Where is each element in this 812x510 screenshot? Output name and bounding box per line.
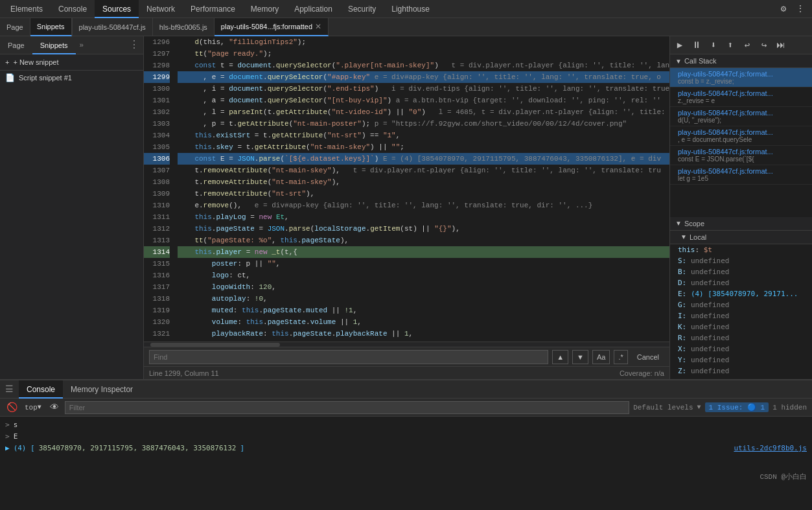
step-btn[interactable]: ↪ [757, 38, 771, 52]
ln-1302: 1302 [144, 106, 170, 118]
local-label: Local [690, 233, 706, 241]
sidebar-tab-snippets[interactable]: Snippets [32, 36, 76, 54]
sidebar-tabs-more[interactable]: » [76, 36, 88, 54]
console-prompt-2: > [5, 431, 10, 443]
code-line-1315: poster: p || "", [178, 258, 669, 270]
ln-1309: 1309 [144, 188, 170, 200]
code-line-1305: this.skey = t.getAttribute("nt-main-skey… [178, 141, 669, 153]
ln-1318: 1318 [144, 293, 170, 305]
console-top-btn[interactable]: top ▼ [22, 401, 44, 414]
code-line-1301: , a = document.querySelector("[nt-buy-vi… [178, 95, 669, 106]
deactivate-btn[interactable]: ⏭ [774, 38, 788, 52]
nav-item-network[interactable]: Network [139, 0, 183, 18]
call-stack-item-2[interactable]: play-utils-508447cf.js:format... d(U, "_… [670, 107, 812, 126]
code-line-1311: this.playLog = new Et, [178, 211, 669, 223]
sidebar-more-btn[interactable]: ⋮ [125, 36, 143, 54]
console-line-s: > s [5, 419, 807, 431]
step-over-btn[interactable]: ⬇ [706, 38, 721, 52]
step-into-btn[interactable]: ⬆ [723, 38, 737, 52]
ln-1310: 1310 [144, 200, 170, 211]
devtools-settings-icon[interactable]: ⚙ [777, 3, 790, 16]
editor-h-scrollbar[interactable] [144, 342, 669, 347]
call-stack-sub-1: z._revise = e [678, 97, 804, 104]
call-stack-item-0[interactable]: play-utils-508447cf.js:format... const b… [670, 68, 812, 87]
code-lines[interactable]: d(this, "fillLoginTips2"); tt("page read… [175, 36, 669, 342]
nav-item-sources[interactable]: Sources [95, 0, 139, 18]
default-levels-btn[interactable]: Default levels [633, 404, 693, 411]
find-input[interactable] [149, 350, 548, 364]
scope-E: E: (4) [3854078970, 29171... [670, 288, 812, 299]
call-stack-file-3: play-utils-508447cf.js:format... [678, 128, 804, 136]
sidebar-tab-page[interactable]: Page [0, 36, 32, 54]
devtools-more-icon[interactable]: ⋮ [794, 3, 807, 16]
tab-snippets[interactable]: Snippets [30, 18, 72, 36]
scope-this: this: $t [670, 244, 812, 255]
console-line-e: > E [5, 431, 807, 443]
console-output: > s > E ▶ (4) [3854078970, 2917115795, 3… [0, 417, 812, 470]
call-stack-file-1: play-utils-508447cf.js:format... [678, 89, 804, 97]
console-clear-btn[interactable]: 🚫 [5, 401, 18, 414]
call-stack-sub-5: let g = 1e5 [678, 175, 804, 182]
code-container[interactable]: 1296 1297 1298 1299 1300 1301 1302 1303 … [144, 36, 669, 342]
call-stack-header[interactable]: ▼ Call Stack [670, 54, 812, 68]
scope-R: R: undefined [670, 332, 812, 343]
editor-h-scrollbar-thumb [150, 343, 280, 347]
call-stack-item-4[interactable]: play-utils-508447cf.js:format... const E… [670, 146, 812, 165]
bottom-panel-left-icon[interactable]: ☰ [3, 384, 16, 395]
call-stack-arrow: ▼ [675, 58, 682, 65]
scope-X: X: undefined [670, 343, 812, 354]
code-line-1319: muted: this.pageState.muted || !1, [178, 305, 669, 316]
issue-badge[interactable]: 1 Issue: 🔵 1 [705, 402, 769, 412]
call-stack-item-1[interactable]: play-utils-508447cf.js:format... z._revi… [670, 87, 812, 107]
ln-1311: 1311 [144, 211, 170, 223]
bottom-tab-console[interactable]: Console [19, 380, 63, 399]
nav-item-memory[interactable]: Memory [243, 0, 286, 18]
scope-title: Scope [684, 220, 704, 227]
scope-Y: Y: undefined [670, 354, 812, 365]
close-tab-icon[interactable]: ✕ [315, 17, 321, 36]
console-eye-btn[interactable]: 👁 [48, 401, 61, 414]
new-snippet-button[interactable]: + + New snippet [0, 54, 143, 71]
nav-item-lighthouse[interactable]: Lighthouse [384, 0, 437, 18]
ln-1296: 1296 [144, 36, 170, 48]
status-coverage: Coverage: n/a [620, 369, 664, 377]
sidebar-tabs: Page Snippets » ⋮ [0, 36, 143, 54]
scope-S: S: undefined [670, 255, 812, 266]
nav-item-console[interactable]: Console [51, 0, 95, 18]
file-tab-hls[interactable]: hls-bf9c0065.js [153, 18, 215, 36]
scope-header[interactable]: ▼ Scope [670, 217, 812, 231]
ln-1304: 1304 [144, 130, 170, 141]
dropdown-icon: ▼ [38, 404, 41, 411]
call-stack-sub-4: const E = JSON.parse(`[${ [678, 156, 804, 163]
nav-item-security[interactable]: Security [340, 0, 384, 18]
find-prev-button[interactable]: ▲ [552, 350, 568, 364]
nav-item-elements[interactable]: Elements [3, 0, 51, 18]
code-line-1321: playbackRate: this.pageState.playbackRat… [178, 328, 669, 340]
local-scope-header[interactable]: ▼ Local [670, 231, 812, 244]
find-regex-button[interactable]: .* [614, 350, 627, 364]
find-next-button[interactable]: ▼ [572, 350, 588, 364]
nav-item-application[interactable]: Application [286, 0, 340, 18]
file-toolbar: Page Snippets play-utils-508447cf.js hls… [0, 18, 812, 36]
bottom-tab-memory-inspector[interactable]: Memory Inspector [63, 380, 141, 399]
pause-btn[interactable]: ⏸ [690, 38, 704, 52]
call-stack-file-2: play-utils-508447cf.js:format... [678, 109, 804, 117]
console-source-link[interactable]: utils-2dc9f8b0.js [734, 443, 807, 454]
code-line-1316: logo: ct, [178, 270, 669, 281]
console-filter-input[interactable] [65, 401, 629, 414]
ln-1307: 1307 [144, 165, 170, 176]
resume-btn[interactable]: ▶ [673, 38, 687, 52]
status-position: Line 1299, Column 11 [149, 369, 219, 377]
call-stack-item-3[interactable]: play-utils-508447cf.js:format... , e = d… [670, 126, 812, 146]
nav-item-performance[interactable]: Performance [183, 0, 243, 18]
tab-page[interactable]: Page [0, 18, 30, 36]
code-line-1309: t.removeAttribute("nt-srt"), [178, 188, 669, 200]
find-match-case-button[interactable]: Aa [592, 350, 610, 364]
find-cancel-button[interactable]: Cancel [632, 352, 664, 362]
file-tab-play-utils[interactable]: play-utils-508447cf.js [73, 18, 153, 36]
snippet-item-1[interactable]: 📄 Script snippet #1 [0, 71, 143, 85]
step-out-btn[interactable]: ↩ [740, 38, 754, 52]
call-stack-item-5[interactable]: play-utils-508447cf.js:format... let g =… [670, 165, 812, 185]
bottom-section: ☰ Console Memory Inspector 🚫 top ▼ 👁 Def… [0, 379, 812, 483]
file-tab-formatted[interactable]: play-utils-5084...fjs:formatted ✕ [215, 18, 329, 36]
